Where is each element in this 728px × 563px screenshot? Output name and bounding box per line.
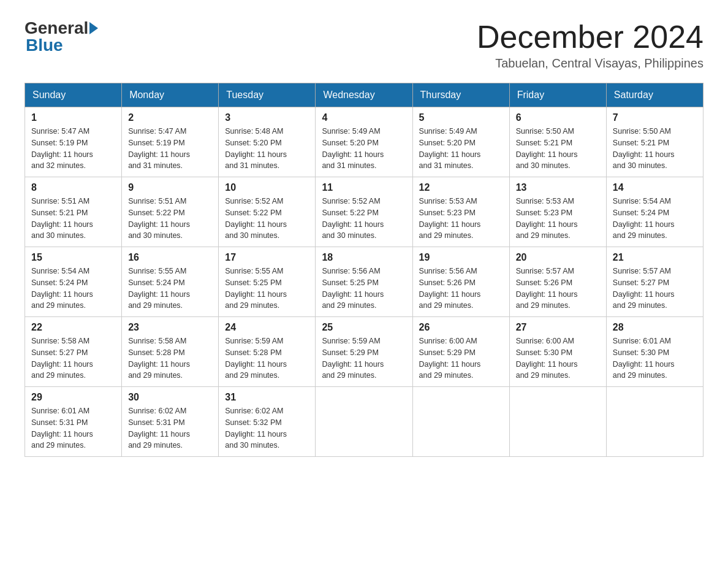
day-info: Sunrise: 5:47 AM Sunset: 5:19 PM Dayligh… bbox=[31, 126, 115, 172]
day-number: 12 bbox=[419, 182, 503, 193]
day-info: Sunrise: 5:54 AM Sunset: 5:24 PM Dayligh… bbox=[613, 196, 697, 242]
calendar-day-cell: 23 Sunrise: 5:58 AM Sunset: 5:28 PM Dayl… bbox=[122, 317, 219, 387]
day-number: 31 bbox=[225, 392, 309, 403]
calendar-day-cell: 31 Sunrise: 6:02 AM Sunset: 5:32 PM Dayl… bbox=[219, 387, 316, 457]
day-info: Sunrise: 5:50 AM Sunset: 5:21 PM Dayligh… bbox=[613, 126, 697, 172]
calendar-table: SundayMondayTuesdayWednesdayThursdayFrid… bbox=[25, 83, 703, 457]
day-number: 2 bbox=[128, 112, 212, 123]
calendar-day-cell: 13 Sunrise: 5:53 AM Sunset: 5:23 PM Dayl… bbox=[509, 177, 606, 247]
day-number: 17 bbox=[225, 252, 309, 263]
calendar-day-cell: 24 Sunrise: 5:59 AM Sunset: 5:28 PM Dayl… bbox=[219, 317, 316, 387]
day-info: Sunrise: 6:01 AM Sunset: 5:31 PM Dayligh… bbox=[31, 405, 115, 451]
day-info: Sunrise: 5:55 AM Sunset: 5:24 PM Dayligh… bbox=[128, 266, 212, 312]
day-number: 6 bbox=[516, 112, 600, 123]
calendar-day-cell: 10 Sunrise: 5:52 AM Sunset: 5:22 PM Dayl… bbox=[219, 177, 316, 247]
weekday-header-sunday: Sunday bbox=[25, 83, 122, 107]
day-info: Sunrise: 5:59 AM Sunset: 5:28 PM Dayligh… bbox=[225, 335, 309, 381]
day-number: 15 bbox=[31, 252, 115, 263]
calendar-day-cell: 15 Sunrise: 5:54 AM Sunset: 5:24 PM Dayl… bbox=[25, 247, 122, 317]
logo-arrow-icon bbox=[89, 22, 98, 34]
day-number: 26 bbox=[419, 322, 503, 333]
calendar-day-cell: 27 Sunrise: 6:00 AM Sunset: 5:30 PM Dayl… bbox=[509, 317, 606, 387]
day-info: Sunrise: 5:53 AM Sunset: 5:23 PM Dayligh… bbox=[516, 196, 600, 242]
calendar-week-row: 8 Sunrise: 5:51 AM Sunset: 5:21 PM Dayli… bbox=[25, 177, 703, 247]
calendar-day-cell: 29 Sunrise: 6:01 AM Sunset: 5:31 PM Dayl… bbox=[25, 387, 122, 457]
day-info: Sunrise: 6:02 AM Sunset: 5:32 PM Dayligh… bbox=[225, 405, 309, 451]
day-info: Sunrise: 5:58 AM Sunset: 5:28 PM Dayligh… bbox=[128, 335, 212, 381]
day-info: Sunrise: 6:01 AM Sunset: 5:30 PM Dayligh… bbox=[613, 335, 697, 381]
day-number: 1 bbox=[31, 112, 115, 123]
day-number: 8 bbox=[31, 182, 115, 193]
weekday-header-thursday: Thursday bbox=[412, 83, 509, 107]
title-block: December 2024 Tabuelan, Central Visayas,… bbox=[477, 18, 703, 71]
day-info: Sunrise: 5:56 AM Sunset: 5:26 PM Dayligh… bbox=[419, 266, 503, 312]
day-info: Sunrise: 5:52 AM Sunset: 5:22 PM Dayligh… bbox=[322, 196, 406, 242]
day-info: Sunrise: 5:51 AM Sunset: 5:22 PM Dayligh… bbox=[128, 196, 212, 242]
calendar-day-cell: 25 Sunrise: 5:59 AM Sunset: 5:29 PM Dayl… bbox=[316, 317, 412, 387]
day-info: Sunrise: 5:54 AM Sunset: 5:24 PM Dayligh… bbox=[31, 266, 115, 312]
day-info: Sunrise: 5:49 AM Sunset: 5:20 PM Dayligh… bbox=[322, 126, 406, 172]
day-info: Sunrise: 6:02 AM Sunset: 5:31 PM Dayligh… bbox=[128, 405, 212, 451]
day-number: 5 bbox=[419, 112, 503, 123]
day-info: Sunrise: 5:58 AM Sunset: 5:27 PM Dayligh… bbox=[31, 335, 115, 381]
calendar-day-cell: 16 Sunrise: 5:55 AM Sunset: 5:24 PM Dayl… bbox=[122, 247, 219, 317]
location-subtitle: Tabuelan, Central Visayas, Philippines bbox=[477, 56, 703, 71]
day-info: Sunrise: 5:48 AM Sunset: 5:20 PM Dayligh… bbox=[225, 126, 309, 172]
day-number: 19 bbox=[419, 252, 503, 263]
day-info: Sunrise: 5:51 AM Sunset: 5:21 PM Dayligh… bbox=[31, 196, 115, 242]
day-number: 24 bbox=[225, 322, 309, 333]
calendar-day-cell: 1 Sunrise: 5:47 AM Sunset: 5:19 PM Dayli… bbox=[25, 107, 122, 177]
calendar-day-cell: 3 Sunrise: 5:48 AM Sunset: 5:20 PM Dayli… bbox=[219, 107, 316, 177]
calendar-day-cell: 4 Sunrise: 5:49 AM Sunset: 5:20 PM Dayli… bbox=[316, 107, 412, 177]
day-info: Sunrise: 5:57 AM Sunset: 5:27 PM Dayligh… bbox=[613, 266, 697, 312]
weekday-header-friday: Friday bbox=[509, 83, 606, 107]
calendar-day-cell: 19 Sunrise: 5:56 AM Sunset: 5:26 PM Dayl… bbox=[412, 247, 509, 317]
day-number: 18 bbox=[322, 252, 406, 263]
day-number: 22 bbox=[31, 322, 115, 333]
day-info: Sunrise: 6:00 AM Sunset: 5:29 PM Dayligh… bbox=[419, 335, 503, 381]
day-info: Sunrise: 5:52 AM Sunset: 5:22 PM Dayligh… bbox=[225, 196, 309, 242]
weekday-header-monday: Monday bbox=[122, 83, 219, 107]
calendar-week-row: 29 Sunrise: 6:01 AM Sunset: 5:31 PM Dayl… bbox=[25, 387, 703, 457]
day-info: Sunrise: 5:59 AM Sunset: 5:29 PM Dayligh… bbox=[322, 335, 406, 381]
day-number: 16 bbox=[128, 252, 212, 263]
calendar-day-cell: 28 Sunrise: 6:01 AM Sunset: 5:30 PM Dayl… bbox=[606, 317, 703, 387]
calendar-empty-cell bbox=[316, 387, 412, 457]
calendar-day-cell: 17 Sunrise: 5:55 AM Sunset: 5:25 PM Dayl… bbox=[219, 247, 316, 317]
day-number: 11 bbox=[322, 182, 406, 193]
calendar-day-cell: 30 Sunrise: 6:02 AM Sunset: 5:31 PM Dayl… bbox=[122, 387, 219, 457]
weekday-header-row: SundayMondayTuesdayWednesdayThursdayFrid… bbox=[25, 83, 703, 107]
calendar-day-cell: 22 Sunrise: 5:58 AM Sunset: 5:27 PM Dayl… bbox=[25, 317, 122, 387]
weekday-header-tuesday: Tuesday bbox=[219, 83, 316, 107]
day-number: 28 bbox=[613, 322, 697, 333]
calendar-day-cell: 9 Sunrise: 5:51 AM Sunset: 5:22 PM Dayli… bbox=[122, 177, 219, 247]
day-info: Sunrise: 5:53 AM Sunset: 5:23 PM Dayligh… bbox=[419, 196, 503, 242]
page-header: General Blue December 2024 Tabuelan, Cen… bbox=[25, 18, 703, 71]
day-info: Sunrise: 5:47 AM Sunset: 5:19 PM Dayligh… bbox=[128, 126, 212, 172]
calendar-day-cell: 26 Sunrise: 6:00 AM Sunset: 5:29 PM Dayl… bbox=[412, 317, 509, 387]
calendar-day-cell: 6 Sunrise: 5:50 AM Sunset: 5:21 PM Dayli… bbox=[509, 107, 606, 177]
calendar-day-cell: 18 Sunrise: 5:56 AM Sunset: 5:25 PM Dayl… bbox=[316, 247, 412, 317]
day-info: Sunrise: 5:57 AM Sunset: 5:26 PM Dayligh… bbox=[516, 266, 600, 312]
day-number: 29 bbox=[31, 392, 115, 403]
day-info: Sunrise: 5:49 AM Sunset: 5:20 PM Dayligh… bbox=[419, 126, 503, 172]
day-info: Sunrise: 5:50 AM Sunset: 5:21 PM Dayligh… bbox=[516, 126, 600, 172]
day-number: 7 bbox=[613, 112, 697, 123]
day-number: 13 bbox=[516, 182, 600, 193]
calendar-day-cell: 12 Sunrise: 5:53 AM Sunset: 5:23 PM Dayl… bbox=[412, 177, 509, 247]
calendar-empty-cell bbox=[606, 387, 703, 457]
day-info: Sunrise: 5:56 AM Sunset: 5:25 PM Dayligh… bbox=[322, 266, 406, 312]
day-number: 10 bbox=[225, 182, 309, 193]
calendar-day-cell: 20 Sunrise: 5:57 AM Sunset: 5:26 PM Dayl… bbox=[509, 247, 606, 317]
month-year-title: December 2024 bbox=[477, 18, 703, 55]
day-number: 23 bbox=[128, 322, 212, 333]
day-info: Sunrise: 6:00 AM Sunset: 5:30 PM Dayligh… bbox=[516, 335, 600, 381]
weekday-header-saturday: Saturday bbox=[606, 83, 703, 107]
day-number: 20 bbox=[516, 252, 600, 263]
day-info: Sunrise: 5:55 AM Sunset: 5:25 PM Dayligh… bbox=[225, 266, 309, 312]
logo-blue-text: Blue bbox=[26, 36, 63, 55]
calendar-day-cell: 5 Sunrise: 5:49 AM Sunset: 5:20 PM Dayli… bbox=[412, 107, 509, 177]
calendar-day-cell: 14 Sunrise: 5:54 AM Sunset: 5:24 PM Dayl… bbox=[606, 177, 703, 247]
calendar-week-row: 22 Sunrise: 5:58 AM Sunset: 5:27 PM Dayl… bbox=[25, 317, 703, 387]
day-number: 9 bbox=[128, 182, 212, 193]
